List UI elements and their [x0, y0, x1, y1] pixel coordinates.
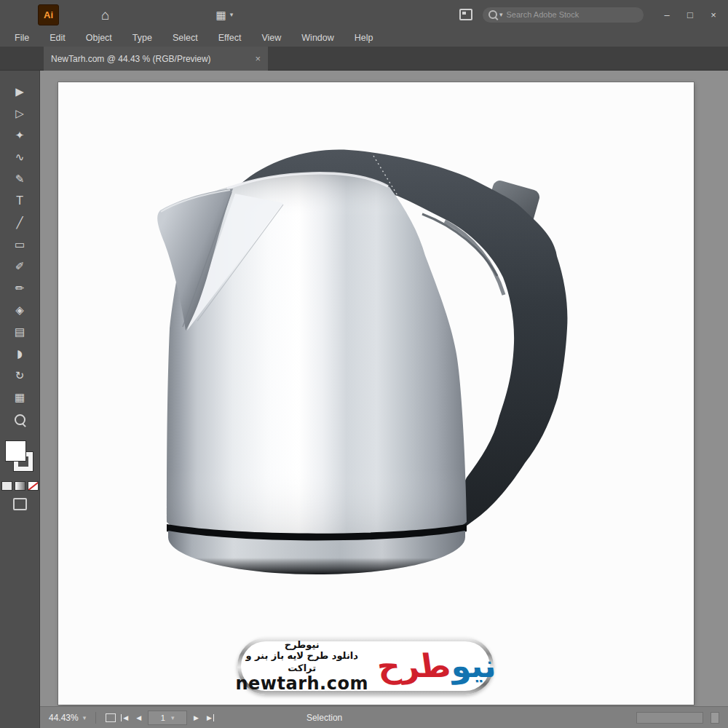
minimize-button[interactable]: –	[655, 0, 678, 29]
status-bar-extras	[636, 712, 719, 724]
search-box[interactable]: ▾	[483, 7, 644, 23]
line-segment-tool[interactable]: ╱	[0, 212, 40, 234]
zoom-tool[interactable]	[0, 408, 40, 430]
menu-effect[interactable]: Effect	[208, 29, 252, 47]
watermark-badge: نیوطرح نیوطرح دانلود طرح لایه باز بنر و …	[237, 638, 494, 695]
menu-object[interactable]: Object	[76, 29, 122, 47]
shape-builder-tool[interactable]: ◈	[0, 299, 40, 321]
tab-close-icon[interactable]: ×	[255, 53, 261, 64]
artboard[interactable]: نیوطرح نیوطرح دانلود طرح لایه باز بنر و …	[58, 82, 694, 705]
fill-stroke-swatches	[5, 440, 34, 474]
watermark-texts: نیوطرح دانلود طرح لایه باز بنر و تراکت n…	[235, 639, 368, 693]
lasso-tool[interactable]: ∿	[0, 146, 40, 168]
rotate-tool[interactable]: ↻	[0, 365, 40, 387]
selection-tool[interactable]: ▶	[0, 81, 40, 103]
watermark-logo-red: طرح	[374, 647, 453, 684]
watermark-subtitle: دانلود طرح لایه باز بنر و تراکت	[235, 650, 368, 674]
artboard-tool[interactable]: ▦	[0, 387, 40, 408]
document-tab[interactable]: NewTarh.com @ 44.43 % (RGB/Preview) ×	[44, 47, 268, 71]
zoom-level-dropdown[interactable]: 44.43% ▾	[49, 713, 86, 723]
magnifier-icon	[15, 414, 25, 425]
search-icon	[488, 10, 497, 19]
draw-mode-button[interactable]	[13, 498, 27, 510]
menu-type[interactable]: Type	[122, 29, 162, 47]
menu-window[interactable]: Window	[291, 29, 344, 47]
workspace-switcher[interactable]: ▦ ▾	[215, 9, 233, 20]
none-button[interactable]	[28, 481, 39, 491]
magic-wand-tool[interactable]: ✦	[0, 124, 40, 146]
divider	[95, 712, 96, 724]
menu-edit[interactable]: Edit	[39, 29, 76, 47]
close-button[interactable]: ×	[702, 0, 725, 29]
watermark-url: newtarh.com	[235, 674, 368, 693]
chevron-down-icon: ▾	[83, 714, 87, 721]
eyedropper-tool[interactable]: ◗	[0, 343, 40, 365]
menu-select[interactable]: Select	[162, 29, 208, 47]
document-tab-bar: NewTarh.com @ 44.43 % (RGB/Preview) ×	[0, 47, 728, 71]
direct-selection-tool[interactable]: ▷	[0, 103, 40, 124]
zoom-level-value: 44.43%	[49, 713, 79, 723]
gradient-tool[interactable]: ▤	[0, 321, 40, 343]
app-logo-icon: Ai	[38, 4, 59, 25]
artboard-nav-icon	[106, 713, 116, 722]
document-tab-label: NewTarh.com @ 44.43 % (RGB/Preview)	[51, 54, 211, 64]
home-icon[interactable]: ⌂	[101, 8, 109, 22]
watermark-logo-blue: نیو	[448, 647, 498, 684]
gradient-button[interactable]	[15, 481, 25, 491]
next-artboard-button[interactable]: ▶	[192, 714, 200, 721]
watermark-title: نیوطرح	[235, 639, 368, 651]
last-artboard-button[interactable]: ▶	[205, 714, 214, 721]
pen-tool[interactable]: ✎	[0, 168, 40, 190]
chevron-down-icon: ▾	[230, 12, 234, 18]
workspace-grid-icon: ▦	[215, 9, 226, 20]
rectangle-tool[interactable]: ▭	[0, 234, 40, 256]
color-mode-buttons	[1, 481, 39, 491]
previous-artboard-button[interactable]: ◀	[135, 714, 143, 721]
paintbrush-tool[interactable]: ✐	[0, 256, 40, 277]
menu-bar: File Edit Object Type Select Effect View…	[0, 29, 728, 47]
artboard-number-value: 1	[161, 713, 165, 722]
current-tool-label: Selection	[306, 713, 342, 723]
color-button[interactable]	[1, 481, 12, 491]
fill-color-swatch[interactable]	[5, 440, 26, 462]
maximize-button[interactable]: □	[678, 0, 702, 29]
menu-view[interactable]: View	[251, 29, 291, 47]
status-bar: 44.43% ▾ ◀ ◀ 1 ▾ ▶ ▶ Selection	[40, 706, 728, 728]
title-bar: Ai ⌂ ▦ ▾ ▾ – □ ×	[0, 0, 728, 29]
search-input[interactable]	[505, 9, 617, 20]
kettle-artwork	[58, 82, 694, 705]
canvas-pasteboard[interactable]: نیوطرح نیوطرح دانلود طرح لایه باز بنر و …	[40, 71, 728, 706]
status-slot	[636, 712, 703, 724]
menu-help[interactable]: Help	[344, 29, 384, 47]
menu-file[interactable]: File	[4, 29, 39, 47]
search-caret-icon: ▾	[499, 11, 503, 18]
tools-panel: ▶ ▷ ✦ ∿ ✎ T ╱ ▭ ✐ ✏ ◈ ▤ ◗ ↻ ▦	[0, 71, 40, 728]
first-artboard-button[interactable]: ◀	[121, 714, 130, 721]
pencil-tool[interactable]: ✏	[0, 277, 40, 299]
chevron-down-icon: ▾	[171, 714, 175, 721]
status-handle[interactable]	[711, 712, 719, 724]
window-controls: – □ ×	[655, 0, 725, 29]
artboard-number-field[interactable]: 1 ▾	[148, 711, 187, 725]
arrange-documents-icon[interactable]	[459, 9, 472, 20]
type-tool[interactable]: T	[0, 190, 40, 212]
watermark-logo: نیوطرح	[375, 650, 498, 682]
